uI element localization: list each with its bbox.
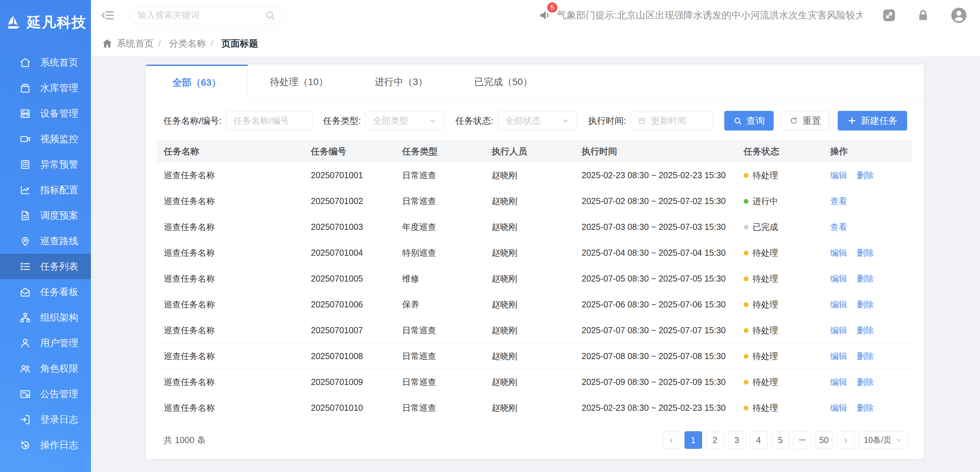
query-button[interactable]: 查询 <box>724 111 774 131</box>
delete-link[interactable]: 删除 <box>857 403 874 412</box>
page-button-1[interactable]: 1 <box>684 431 702 449</box>
reset-button[interactable]: 重置 <box>780 111 829 131</box>
page-button-4[interactable]: 4 <box>750 431 767 449</box>
edit-link[interactable]: 编辑 <box>830 248 847 257</box>
avatar-button[interactable] <box>949 6 969 25</box>
cell-actions: 查看 <box>823 214 912 240</box>
cell-actions: 编辑删除 <box>823 240 912 266</box>
sidebar-item-task-board[interactable]: 任务看板 <box>0 279 91 305</box>
status-tabs: 全部（63）待处理（10）进行中（3）已完成（50） <box>146 65 923 99</box>
edit-link[interactable]: 编辑 <box>830 403 847 412</box>
plan-icon <box>19 209 31 222</box>
plus-icon <box>847 116 857 125</box>
cell-name: 巡查任务名称 <box>157 292 304 318</box>
breadcrumb-home[interactable]: 系统首页 <box>117 37 154 50</box>
video-icon <box>19 133 31 145</box>
notification-speaker[interactable]: 5 <box>538 8 552 22</box>
fullscreen-button[interactable] <box>881 8 897 23</box>
edit-link[interactable]: 编辑 <box>830 377 847 386</box>
sidebar-item-video[interactable]: 视频监控 <box>0 126 91 152</box>
breadcrumb-category[interactable]: 分类名称 <box>169 37 206 50</box>
delete-link[interactable]: 删除 <box>857 274 874 283</box>
sidebar-item-operation-log[interactable]: 操作日志 <box>0 432 91 458</box>
sidebar-item-notice[interactable]: 公告管理 <box>0 381 91 407</box>
task-type-select[interactable]: 全部类型 <box>366 111 445 131</box>
cell-code: 20250701005 <box>304 266 395 292</box>
cell-name: 巡查任务名称 <box>157 188 304 214</box>
column-header: 执行时间 <box>575 140 737 163</box>
page-button-5[interactable]: 5 <box>772 431 789 449</box>
cell-time: 2025-07-02 08:30 ~ 2025-07-02 15:30 <box>575 188 737 214</box>
sidebar-item-plan[interactable]: 调度预案 <box>0 203 91 228</box>
sidebar-item-home[interactable]: 系统首页 <box>0 50 91 75</box>
cell-time: 2025-07-07 08:30 ~ 2025-07-07 15:30 <box>575 318 737 344</box>
status-badge: 待处理 <box>752 299 778 310</box>
previous-page-button[interactable]: ‹ <box>663 431 680 449</box>
cell-code: 20250701007 <box>304 318 395 344</box>
sidebar-item-task-list[interactable]: 任务列表 <box>0 254 91 279</box>
delete-link[interactable]: 删除 <box>857 351 874 361</box>
page-button-50[interactable]: 50 <box>815 431 833 449</box>
breadcrumb: 系统首页 / 分类名称 / 页面标题 <box>91 31 980 57</box>
filter-status-label: 任务状态: <box>456 115 493 127</box>
tab-1[interactable]: 待处理（10） <box>248 65 350 99</box>
task-card: 全部（63）待处理（10）进行中（3）已完成（50） 任务名称/编号: 任务类型… <box>146 65 923 459</box>
table-row: 巡查任务名称20250701003年度巡查赵晓刚2025-07-03 08:30… <box>157 214 912 240</box>
status-dot <box>744 173 748 178</box>
tab-0[interactable]: 全部（63） <box>146 65 248 99</box>
delete-link[interactable]: 删除 <box>857 248 874 257</box>
table-body: 巡查任务名称20250701001日常巡查赵晓刚2025-02-23 08:30… <box>157 163 912 421</box>
cell-name: 巡查任务名称 <box>157 344 304 369</box>
content-area: 全部（63）待处理（10）进行中（3）已完成（50） 任务名称/编号: 任务类型… <box>91 57 980 459</box>
sidebar-item-label: 指标配置 <box>40 184 78 196</box>
task-name-input[interactable] <box>233 116 305 126</box>
view-link[interactable]: 查看 <box>830 222 847 231</box>
edit-link[interactable]: 编辑 <box>830 325 847 335</box>
sidebar-item-login-log[interactable]: 登录日志 <box>0 407 91 432</box>
filter-type-label: 任务类型: <box>323 115 361 127</box>
delete-link[interactable]: 删除 <box>857 325 874 335</box>
create-task-button[interactable]: 新建任务 <box>838 111 907 131</box>
sidebar-item-org[interactable]: 组织架构 <box>0 305 91 330</box>
cell-name: 巡查任务名称 <box>157 266 304 292</box>
sidebar-item-metrics[interactable]: 指标配置 <box>0 177 91 203</box>
page-size-select[interactable]: 10条/页 <box>859 431 907 449</box>
execute-time-picker[interactable] <box>631 111 713 131</box>
edit-link[interactable]: 编辑 <box>830 170 847 180</box>
page-ellipsis[interactable]: ••• <box>794 431 811 449</box>
search-icon[interactable] <box>264 10 276 21</box>
tab-2[interactable]: 进行中（3） <box>350 65 452 99</box>
sidebar-item-user[interactable]: 用户管理 <box>0 330 91 356</box>
sidebar-item-device[interactable]: 设备管理 <box>0 101 91 126</box>
sidebar-item-alert[interactable]: 异常预警 <box>0 152 91 177</box>
route-icon <box>19 235 31 247</box>
delete-link[interactable]: 删除 <box>857 170 874 180</box>
cell-type: 日常巡查 <box>395 369 485 395</box>
column-header: 任务状态 <box>737 140 823 163</box>
sidebar-item-reservoir[interactable]: 水库管理 <box>0 75 91 101</box>
page-button-3[interactable]: 3 <box>728 431 746 449</box>
task-status-select[interactable]: 全部状态 <box>498 111 577 131</box>
view-link[interactable]: 查看 <box>830 196 847 206</box>
cell-status: 待处理 <box>737 240 823 266</box>
task-list-icon <box>19 260 31 273</box>
cell-status: 待处理 <box>737 292 823 318</box>
edit-link[interactable]: 编辑 <box>830 299 847 309</box>
sidebar-item-route[interactable]: 巡查路线 <box>0 228 91 254</box>
collapse-sidebar-button[interactable] <box>100 8 115 23</box>
execute-time-input[interactable] <box>651 116 706 126</box>
search-input[interactable] <box>138 10 264 21</box>
page-button-2[interactable]: 2 <box>706 431 724 449</box>
delete-link[interactable]: 删除 <box>857 377 874 386</box>
delete-link[interactable]: 删除 <box>857 299 874 309</box>
sidebar-item-role[interactable]: 角色权限 <box>0 356 91 381</box>
global-search <box>130 6 284 24</box>
cell-person: 赵晓刚 <box>485 344 575 369</box>
status-badge: 待处理 <box>752 377 778 388</box>
tab-3[interactable]: 已完成（50） <box>452 65 554 99</box>
next-page-button[interactable]: › <box>837 431 855 449</box>
edit-link[interactable]: 编辑 <box>830 351 847 361</box>
edit-link[interactable]: 编辑 <box>830 274 847 283</box>
lock-button[interactable] <box>916 8 930 22</box>
cell-actions: 编辑删除 <box>823 266 912 292</box>
